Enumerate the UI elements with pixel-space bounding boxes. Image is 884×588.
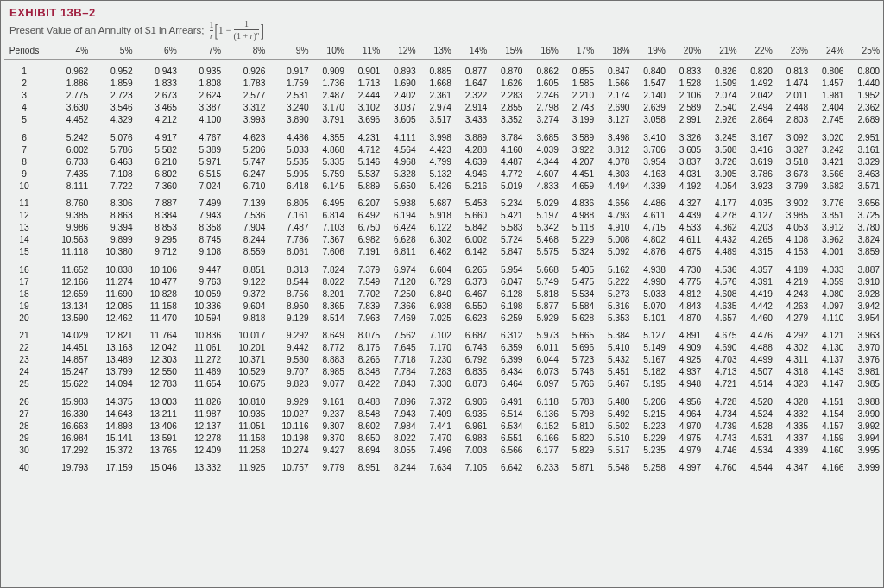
value-cell: 4.910: [594, 222, 629, 234]
value-cell: 7.887: [133, 192, 177, 210]
value-cell: 2.283: [487, 90, 522, 102]
value-cell: 8.348: [344, 366, 380, 378]
value-cell: 5.480: [594, 390, 629, 408]
value-cell: 10.675: [221, 378, 265, 390]
value-cell: 4.514: [737, 378, 773, 390]
period-cell: 17: [4, 275, 44, 288]
value-cell: 5.973: [523, 324, 559, 342]
value-cell: 5.535: [265, 155, 308, 168]
value-cell: 5.182: [630, 366, 666, 378]
rate-header: 25%: [844, 42, 881, 60]
value-cell: 5.197: [523, 210, 559, 222]
rate-header: 13%: [416, 42, 451, 60]
value-cell: 8.548: [344, 408, 380, 420]
value-cell: 3.780: [844, 222, 881, 234]
value-cell: 3.605: [380, 114, 415, 126]
value-cell: 7.366: [380, 300, 415, 312]
value-cell: 3.812: [594, 143, 629, 155]
value-cell: 4.243: [773, 288, 808, 300]
value-cell: 5.889: [344, 180, 380, 192]
value-cell: 4.160: [808, 444, 843, 456]
value-cell: 4.311: [773, 354, 808, 366]
value-cell: 3.992: [844, 420, 881, 432]
value-cell: 6.002: [451, 234, 487, 246]
value-cell: 3.799: [773, 180, 808, 192]
value-cell: 5.668: [523, 258, 559, 276]
value-cell: 6.424: [380, 222, 415, 234]
value-cell: 9.899: [88, 234, 132, 246]
value-cell: 0.862: [523, 60, 559, 78]
value-cell: 0.926: [221, 60, 265, 78]
value-cell: 4.357: [737, 258, 773, 276]
value-cell: 13.590: [44, 312, 88, 324]
subtitle-text: Present Value of an Annuity of $1 in Arr…: [9, 25, 204, 35]
value-cell: 4.080: [808, 288, 843, 300]
value-cell: 5.234: [487, 192, 522, 210]
value-cell: 6.166: [523, 432, 559, 444]
rate-header: 12%: [380, 42, 415, 60]
value-cell: 9.763: [177, 275, 221, 288]
rate-header: 7%: [177, 42, 221, 60]
table-row: 1410.5639.8999.2958.7458.2447.7867.3676.…: [4, 234, 880, 246]
value-cell: 8.985: [309, 366, 344, 378]
value-cell: 16.330: [44, 408, 88, 420]
value-cell: 3.170: [309, 102, 344, 114]
value-cell: 4.111: [380, 126, 415, 144]
value-cell: 4.876: [630, 246, 666, 258]
value-cell: 3.784: [487, 126, 522, 144]
value-cell: 3.685: [523, 126, 559, 144]
value-cell: 13.591: [133, 432, 177, 444]
value-cell: 2.723: [88, 90, 132, 102]
value-cell: 4.335: [773, 420, 808, 432]
value-cell: 8.883: [309, 354, 344, 366]
value-cell: 9.442: [265, 342, 308, 354]
header-row: Periods 4%5%6%7%8%9%10%11%12%13%14%15%16…: [4, 42, 880, 60]
value-cell: 3.242: [808, 143, 843, 155]
value-cell: 7.120: [380, 275, 415, 288]
value-cell: 5.475: [559, 275, 594, 288]
period-cell: 15: [4, 246, 44, 258]
value-cell: 0.800: [844, 60, 881, 78]
value-cell: 6.492: [344, 210, 380, 222]
value-cell: 4.001: [808, 246, 843, 258]
value-cell: 3.673: [773, 168, 808, 180]
value-cell: 2.775: [44, 90, 88, 102]
value-cell: 1.474: [773, 78, 808, 90]
value-cell: 5.467: [594, 378, 629, 390]
value-cell: 8.602: [344, 420, 380, 432]
value-cell: 4.279: [773, 312, 808, 324]
value-cell: 6.743: [451, 342, 487, 354]
value-cell: 14.857: [44, 354, 88, 366]
table-row: 2114.02912.82111.76410.83610.0179.2928.6…: [4, 324, 880, 342]
value-cell: 4.154: [808, 408, 843, 420]
value-cell: 3.127: [594, 114, 629, 126]
value-cell: 0.870: [487, 60, 522, 78]
period-cell: 30: [4, 444, 44, 456]
value-cell: 5.215: [630, 408, 666, 420]
value-cell: 1.668: [416, 78, 451, 90]
value-cell: 4.212: [133, 114, 177, 126]
value-cell: 4.544: [737, 456, 773, 474]
value-cell: 3.887: [844, 258, 881, 276]
value-cell: 4.997: [666, 456, 701, 474]
value-cell: 6.938: [416, 300, 451, 312]
value-cell: 12.278: [177, 432, 221, 444]
period-cell: 40: [4, 456, 44, 474]
value-cell: 6.906: [451, 390, 487, 408]
table-row: 76.0025.7865.5825.3895.2065.0334.8684.71…: [4, 143, 880, 155]
value-cell: 4.328: [773, 390, 808, 408]
value-cell: 11.158: [221, 432, 265, 444]
table-row: 2314.85713.48912.30311.27210.3719.5808.8…: [4, 354, 880, 366]
value-cell: 9.823: [265, 378, 308, 390]
value-cell: 5.723: [559, 354, 594, 366]
period-cell: 25: [4, 378, 44, 390]
value-cell: 7.645: [380, 342, 415, 354]
value-cell: 4.946: [451, 168, 487, 180]
value-cell: 4.054: [701, 180, 736, 192]
table-row: 129.3858.8638.3847.9437.5367.1616.8146.4…: [4, 210, 880, 222]
value-cell: 0.901: [344, 60, 380, 78]
value-cell: 4.531: [737, 432, 773, 444]
value-cell: 5.206: [221, 143, 265, 155]
value-cell: 4.712: [344, 143, 380, 155]
value-cell: 11.272: [177, 354, 221, 366]
